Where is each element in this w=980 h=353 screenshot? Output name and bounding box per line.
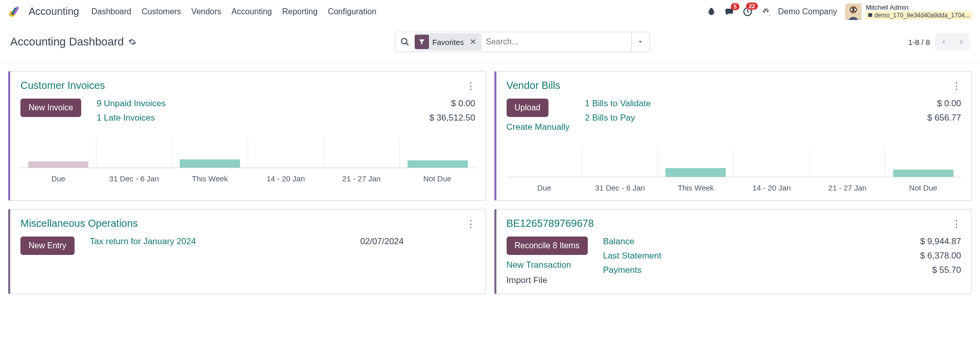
- card-menu-icon[interactable]: ⋮: [952, 80, 961, 91]
- menu-accounting[interactable]: Accounting: [231, 7, 272, 16]
- user-avatar-icon: [845, 4, 862, 20]
- app-logo-icon[interactable]: [8, 6, 20, 18]
- search-box: Favorites ✕: [395, 32, 650, 52]
- user-menu[interactable]: Mitchell Admin demo_170_8e34d40a9dda_170…: [845, 4, 972, 20]
- bar-label: 31 Dec - 6 Jan: [582, 183, 658, 192]
- stat-late-value: $ 36,512.50: [429, 113, 475, 123]
- filter-chip-favorites[interactable]: Favorites ✕: [415, 33, 482, 51]
- app-name[interactable]: Accounting: [29, 6, 79, 17]
- stat-payments-label[interactable]: Payments: [603, 265, 642, 275]
- create-manually-link[interactable]: Create Manually: [507, 122, 570, 132]
- stat-balance-value: $ 9,944.87: [920, 237, 961, 247]
- new-transaction-link[interactable]: New Transaction: [507, 260, 571, 270]
- bar-this-week[interactable]: [180, 159, 240, 168]
- filter-chip-label: Favorites: [429, 38, 467, 46]
- company-selector[interactable]: Demo Company: [778, 7, 838, 16]
- main-menu: Dashboard Customers Vendors Accounting R…: [91, 7, 376, 16]
- bar-label: 14 - 20 Jan: [248, 174, 323, 183]
- stat-bills-validate-value: $ 0.00: [937, 99, 961, 109]
- card-customer-invoices: Customer Invoices ⋮ New Invoice 9 Unpaid…: [8, 71, 486, 201]
- svg-point-8: [854, 9, 856, 11]
- bar-label: Due: [507, 183, 582, 192]
- dashboard-board: Customer Invoices ⋮ New Invoice 9 Unpaid…: [0, 63, 980, 302]
- card-menu-icon[interactable]: ⋮: [466, 80, 475, 91]
- menu-dashboard[interactable]: Dashboard: [91, 7, 131, 16]
- menu-reporting[interactable]: Reporting: [282, 7, 318, 16]
- upload-button[interactable]: Upload: [507, 99, 549, 117]
- menu-customers[interactable]: Customers: [141, 7, 181, 16]
- bar-label: 21 - 27 Jan: [809, 183, 885, 192]
- stat-bills-validate[interactable]: 1 Bills to Validate: [585, 99, 651, 109]
- stat-balance-label[interactable]: Balance: [603, 237, 634, 247]
- card-title[interactable]: Customer Invoices: [20, 80, 105, 91]
- bar-label: 14 - 20 Jan: [734, 183, 809, 192]
- stat-bills-pay-value: $ 656.77: [927, 113, 961, 123]
- card-title[interactable]: BE1265789769678: [507, 218, 594, 229]
- search-input[interactable]: [482, 37, 631, 46]
- bar-label: 21 - 27 Jan: [324, 174, 399, 183]
- menu-configuration[interactable]: Configuration: [328, 7, 376, 16]
- reconcile-button[interactable]: Reconcile 8 Items: [507, 237, 588, 255]
- svg-point-7: [851, 9, 853, 11]
- customer-invoices-chart: Due 31 Dec - 6 Jan This Week 14 - 20 Jan…: [20, 137, 475, 183]
- activities-icon[interactable]: 22: [743, 7, 753, 17]
- control-panel: Accounting Dashboard Favorites ✕ 1-8 / 8: [0, 23, 980, 63]
- search-options-toggle[interactable]: [631, 32, 650, 52]
- new-invoice-button[interactable]: New Invoice: [20, 99, 81, 117]
- stat-unpaid-invoices[interactable]: 9 Unpaid Invoices: [97, 99, 165, 109]
- nav-right: 5 22 Demo Company Mitchell Admin demo_17…: [707, 4, 972, 20]
- bar-not-due[interactable]: [893, 170, 953, 177]
- gear-icon[interactable]: [128, 38, 136, 46]
- activities-badge: 22: [746, 3, 757, 10]
- card-menu-icon[interactable]: ⋮: [466, 218, 475, 229]
- stat-unpaid-value: $ 0.00: [451, 99, 475, 109]
- filter-chip-remove-icon[interactable]: ✕: [468, 37, 479, 46]
- bar-label: Not Due: [399, 174, 475, 183]
- bar-label: 31 Dec - 6 Jan: [96, 174, 172, 183]
- card-menu-icon[interactable]: ⋮: [952, 218, 961, 229]
- vendor-bills-chart: Due 31 Dec - 6 Jan This Week 14 - 20 Jan…: [507, 147, 962, 192]
- messages-badge: 5: [731, 3, 739, 10]
- bar-not-due[interactable]: [408, 160, 468, 168]
- stat-bills-pay[interactable]: 2 Bills to Pay: [585, 113, 635, 123]
- pager: 1-8 / 8: [908, 33, 970, 51]
- svg-line-11: [406, 43, 409, 45]
- search-wrap: Favorites ✕: [395, 32, 650, 52]
- stat-payments-value: $ 55.70: [932, 265, 961, 275]
- user-info: Mitchell Admin demo_170_8e34d40a9dda_170…: [866, 4, 972, 19]
- bar-this-week[interactable]: [665, 168, 726, 177]
- filter-funnel-icon: [415, 35, 429, 49]
- stat-last-statement-label[interactable]: Last Statement: [603, 251, 661, 261]
- debug-icon[interactable]: [707, 7, 716, 16]
- menu-vendors[interactable]: Vendors: [192, 7, 222, 16]
- bar-label: Due: [20, 174, 96, 183]
- card-vendor-bills: Vendor Bills ⋮ Upload Create Manually 1 …: [494, 71, 972, 201]
- top-nav: Accounting Dashboard Customers Vendors A…: [0, 0, 980, 23]
- tools-icon[interactable]: [761, 7, 770, 16]
- db-name: demo_170_8e34d40a9dda_1704...: [866, 11, 972, 19]
- bar-label: This Week: [658, 183, 733, 192]
- bar-due[interactable]: [28, 161, 88, 168]
- page-title: Accounting Dashboard: [10, 35, 124, 49]
- bar-label: This Week: [172, 174, 248, 183]
- card-title[interactable]: Miscellaneous Operations: [20, 218, 138, 229]
- card-misc-operations: Miscellaneous Operations ⋮ New Entry Tax…: [8, 209, 486, 294]
- user-name: Mitchell Admin: [866, 4, 972, 11]
- messages-icon[interactable]: 5: [724, 7, 734, 16]
- tax-return-link[interactable]: Tax return for January 2024: [90, 237, 196, 247]
- search-icon[interactable]: [395, 37, 415, 46]
- pager-text[interactable]: 1-8 / 8: [908, 38, 930, 46]
- card-title[interactable]: Vendor Bills: [507, 80, 561, 91]
- pager-prev-button[interactable]: [935, 33, 952, 51]
- import-file-link[interactable]: Import File: [507, 275, 547, 286]
- stat-last-statement-value: $ 6,378.00: [920, 251, 961, 261]
- new-entry-button[interactable]: New Entry: [20, 237, 75, 255]
- svg-point-10: [401, 38, 407, 44]
- tax-return-date: 02/07/2024: [360, 237, 403, 247]
- bar-label: Not Due: [886, 183, 961, 192]
- pager-next-button[interactable]: [952, 33, 970, 51]
- card-bank-account: BE1265789769678 ⋮ Reconcile 8 Items New …: [494, 209, 972, 294]
- breadcrumb: Accounting Dashboard: [10, 35, 136, 49]
- stat-late-invoices[interactable]: 1 Late Invoices: [97, 113, 155, 123]
